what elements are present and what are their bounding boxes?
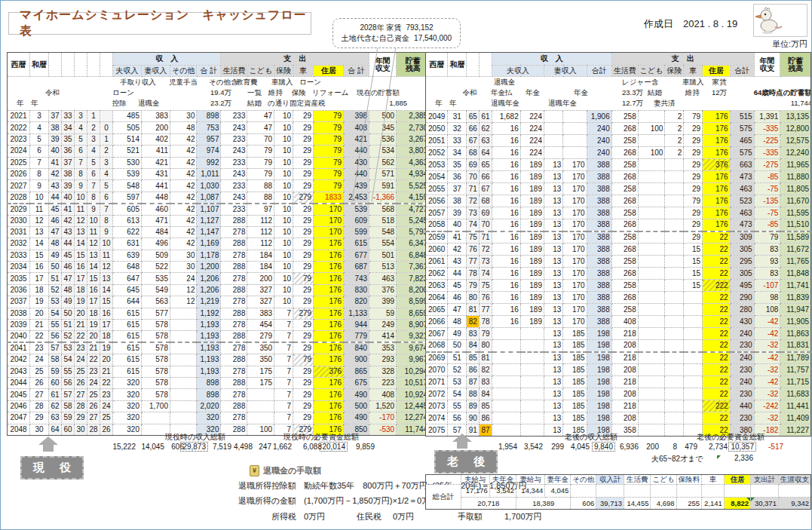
table-cell[interactable]: 578 bbox=[142, 342, 170, 354]
table-cell[interactable]: 185 bbox=[563, 352, 587, 364]
table-cell[interactable]: 189 bbox=[520, 207, 544, 219]
table-cell[interactable]: 29 bbox=[293, 366, 314, 377]
table-cell[interactable]: 1,391 bbox=[754, 111, 780, 123]
table-cell[interactable]: 3 bbox=[100, 157, 113, 168]
table-cell[interactable]: 258 bbox=[611, 304, 638, 316]
table-cell[interactable]: 170 bbox=[563, 219, 587, 231]
col-header-husband-income[interactable]: 夫収入 bbox=[113, 66, 142, 77]
table-cell[interactable]: 176 bbox=[703, 111, 731, 123]
table-cell[interactable]: 2055 bbox=[426, 183, 448, 195]
table-cell[interactable]: 2059 bbox=[426, 231, 448, 244]
table-cell[interactable]: 288 bbox=[221, 262, 247, 273]
table-cell[interactable]: 288 bbox=[221, 308, 247, 319]
table-cell[interactable]: 388 bbox=[587, 244, 611, 256]
table-cell[interactable]: 59 bbox=[62, 412, 75, 424]
table-cell[interactable] bbox=[544, 111, 563, 123]
table-cell[interactable]: 63 bbox=[480, 135, 492, 147]
table-cell[interactable]: 663 bbox=[730, 159, 754, 171]
table-cell[interactable]: 279 bbox=[293, 191, 314, 203]
table-cell[interactable] bbox=[520, 376, 544, 388]
table-cell[interactable] bbox=[170, 400, 197, 412]
table-cell[interactable] bbox=[684, 328, 703, 340]
table-cell[interactable]: 29 bbox=[293, 157, 314, 168]
table-cell[interactable]: 414 bbox=[369, 331, 397, 342]
table-cell[interactable]: 44 bbox=[448, 268, 467, 280]
table-cell[interactable]: 189 bbox=[520, 195, 544, 207]
table-cell[interactable]: 13 bbox=[544, 412, 563, 424]
table-cell[interactable]: 10 bbox=[75, 191, 87, 203]
table-cell[interactable]: 79 bbox=[480, 328, 492, 340]
table-cell[interactable]: 15 bbox=[684, 256, 703, 268]
table-cell[interactable]: 68 bbox=[467, 147, 480, 159]
table-cell[interactable] bbox=[665, 316, 684, 328]
table-cell[interactable]: 20 bbox=[75, 308, 87, 319]
table-cell[interactable]: 1,200 bbox=[197, 262, 221, 273]
table-cell[interactable]: 29 bbox=[293, 122, 314, 133]
table-cell[interactable]: 12 bbox=[30, 215, 49, 226]
table-cell[interactable] bbox=[492, 376, 520, 388]
table-cell[interactable]: 2057 bbox=[426, 207, 448, 219]
table-cell[interactable]: 189 bbox=[520, 304, 544, 316]
table-cell[interactable] bbox=[638, 135, 665, 147]
table-cell[interactable]: 218 bbox=[611, 400, 638, 412]
table-cell[interactable]: 21 bbox=[75, 320, 87, 331]
table-cell[interactable]: 39 bbox=[49, 133, 62, 145]
table-cell[interactable]: 13 bbox=[544, 207, 563, 219]
table-cell[interactable]: 430 bbox=[730, 316, 754, 328]
table-cell[interactable]: 17 bbox=[87, 296, 100, 308]
table-cell[interactable]: 20 bbox=[87, 331, 100, 342]
table-cell[interactable]: 571 bbox=[369, 168, 397, 179]
col-header-year-jp[interactable]: 和暦 bbox=[448, 53, 467, 77]
table-cell[interactable]: 8 bbox=[30, 168, 49, 179]
table-cell[interactable]: 388 bbox=[587, 256, 611, 268]
table-cell[interactable] bbox=[684, 340, 703, 352]
table-cell[interactable]: 305 bbox=[730, 244, 754, 256]
table-cell[interactable]: 4 bbox=[87, 146, 100, 157]
table-cell[interactable]: 18 bbox=[75, 284, 87, 296]
table-cell[interactable]: 23 bbox=[87, 366, 100, 377]
table-cell[interactable]: 29 bbox=[293, 284, 314, 296]
table-cell[interactable]: 230 bbox=[730, 340, 754, 352]
table-cell[interactable]: 16 bbox=[492, 316, 520, 328]
table-cell[interactable]: 12,575 bbox=[780, 135, 811, 147]
table-cell[interactable]: 185 bbox=[563, 412, 587, 424]
table-cell[interactable]: 85 bbox=[467, 352, 480, 364]
table-cell[interactable]: 3 bbox=[30, 111, 49, 122]
table-cell[interactable]: 49 bbox=[448, 328, 467, 340]
table-cell[interactable]: 6 bbox=[30, 146, 49, 157]
table-cell[interactable]: 2032 bbox=[8, 238, 30, 250]
table-cell[interactable]: 79 bbox=[314, 180, 344, 191]
table-cell[interactable]: 26 bbox=[87, 400, 100, 412]
table-cell[interactable]: 30 bbox=[170, 250, 197, 261]
table-cell[interactable]: 2036 bbox=[8, 284, 30, 296]
table-cell[interactable]: 279 bbox=[247, 331, 274, 342]
table-cell[interactable]: 268 bbox=[611, 244, 638, 256]
table-cell[interactable]: 56 bbox=[62, 377, 75, 388]
table-cell[interactable]: 62 bbox=[480, 123, 492, 135]
col-header-age[interactable] bbox=[467, 53, 480, 77]
table-cell[interactable] bbox=[247, 412, 274, 424]
table-cell[interactable]: 16 bbox=[492, 231, 520, 244]
table-cell[interactable]: 55 bbox=[62, 366, 75, 377]
table-cell[interactable]: 36 bbox=[62, 146, 75, 157]
table-cell[interactable]: 185 bbox=[563, 328, 587, 340]
table-cell[interactable]: 17 bbox=[30, 273, 49, 284]
table-cell[interactable]: 176 bbox=[314, 342, 344, 354]
table-cell[interactable]: 83 bbox=[467, 328, 480, 340]
table-cell[interactable]: 622 bbox=[113, 226, 142, 237]
table-cell[interactable]: -32 bbox=[754, 388, 780, 400]
table-cell[interactable]: 67 bbox=[467, 135, 480, 147]
col-header-car[interactable]: 車 bbox=[293, 66, 314, 77]
table-cell[interactable]: 170 bbox=[563, 171, 587, 183]
table-cell[interactable]: 13 bbox=[544, 183, 563, 195]
table-cell[interactable]: 44 bbox=[62, 238, 75, 250]
table-cell[interactable]: 13 bbox=[544, 364, 563, 376]
table-cell[interactable]: 388 bbox=[587, 171, 611, 183]
table-cell[interactable]: 81 bbox=[467, 304, 480, 316]
table-cell[interactable]: 29 bbox=[293, 146, 314, 157]
table-cell[interactable]: 675 bbox=[344, 377, 369, 388]
table-cell[interactable]: 233 bbox=[221, 157, 247, 168]
table-cell[interactable]: 13 bbox=[544, 352, 563, 364]
table-cell[interactable]: 2061 bbox=[426, 256, 448, 268]
col-header-year-jp[interactable]: 和暦 bbox=[30, 53, 49, 77]
